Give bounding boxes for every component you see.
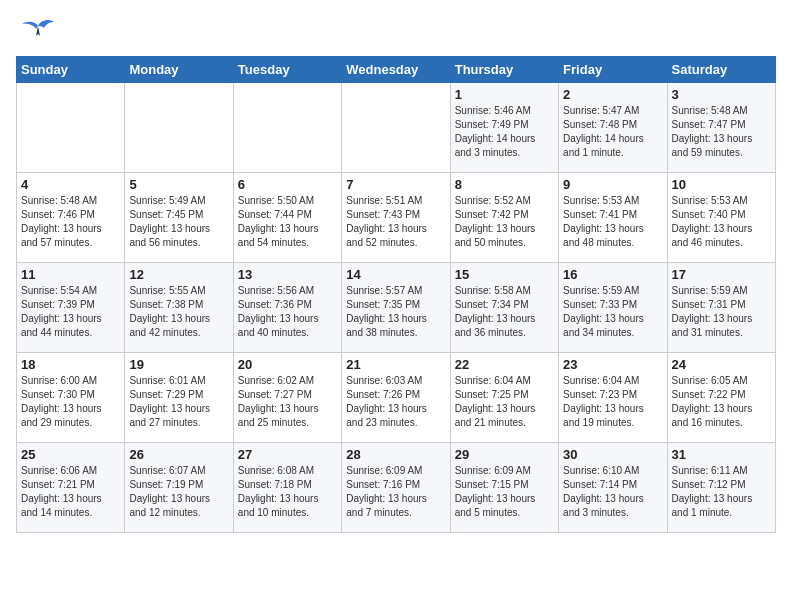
calendar-cell: 14Sunrise: 5:57 AM Sunset: 7:35 PM Dayli…	[342, 263, 450, 353]
day-number: 19	[129, 357, 228, 372]
weekday-header-sunday: Sunday	[17, 57, 125, 83]
calendar-cell: 15Sunrise: 5:58 AM Sunset: 7:34 PM Dayli…	[450, 263, 558, 353]
calendar-week-1: 1Sunrise: 5:46 AM Sunset: 7:49 PM Daylig…	[17, 83, 776, 173]
day-info: Sunrise: 5:59 AM Sunset: 7:31 PM Dayligh…	[672, 284, 771, 340]
day-info: Sunrise: 5:58 AM Sunset: 7:34 PM Dayligh…	[455, 284, 554, 340]
day-info: Sunrise: 6:06 AM Sunset: 7:21 PM Dayligh…	[21, 464, 120, 520]
day-info: Sunrise: 5:57 AM Sunset: 7:35 PM Dayligh…	[346, 284, 445, 340]
day-info: Sunrise: 5:49 AM Sunset: 7:45 PM Dayligh…	[129, 194, 228, 250]
calendar-cell: 10Sunrise: 5:53 AM Sunset: 7:40 PM Dayli…	[667, 173, 775, 263]
day-number: 18	[21, 357, 120, 372]
day-number: 16	[563, 267, 662, 282]
day-number: 17	[672, 267, 771, 282]
day-info: Sunrise: 6:09 AM Sunset: 7:15 PM Dayligh…	[455, 464, 554, 520]
day-number: 4	[21, 177, 120, 192]
calendar-week-5: 25Sunrise: 6:06 AM Sunset: 7:21 PM Dayli…	[17, 443, 776, 533]
day-info: Sunrise: 5:52 AM Sunset: 7:42 PM Dayligh…	[455, 194, 554, 250]
day-number: 11	[21, 267, 120, 282]
day-number: 26	[129, 447, 228, 462]
calendar-cell: 19Sunrise: 6:01 AM Sunset: 7:29 PM Dayli…	[125, 353, 233, 443]
calendar-cell: 29Sunrise: 6:09 AM Sunset: 7:15 PM Dayli…	[450, 443, 558, 533]
calendar-cell: 11Sunrise: 5:54 AM Sunset: 7:39 PM Dayli…	[17, 263, 125, 353]
day-info: Sunrise: 6:04 AM Sunset: 7:23 PM Dayligh…	[563, 374, 662, 430]
day-info: Sunrise: 5:47 AM Sunset: 7:48 PM Dayligh…	[563, 104, 662, 160]
day-number: 31	[672, 447, 771, 462]
calendar-table: SundayMondayTuesdayWednesdayThursdayFrid…	[16, 56, 776, 533]
logo	[16, 16, 56, 46]
day-info: Sunrise: 6:09 AM Sunset: 7:16 PM Dayligh…	[346, 464, 445, 520]
calendar-cell: 3Sunrise: 5:48 AM Sunset: 7:47 PM Daylig…	[667, 83, 775, 173]
calendar-cell: 16Sunrise: 5:59 AM Sunset: 7:33 PM Dayli…	[559, 263, 667, 353]
calendar-cell: 17Sunrise: 5:59 AM Sunset: 7:31 PM Dayli…	[667, 263, 775, 353]
calendar-cell: 13Sunrise: 5:56 AM Sunset: 7:36 PM Dayli…	[233, 263, 341, 353]
calendar-cell: 20Sunrise: 6:02 AM Sunset: 7:27 PM Dayli…	[233, 353, 341, 443]
calendar-cell: 31Sunrise: 6:11 AM Sunset: 7:12 PM Dayli…	[667, 443, 775, 533]
day-info: Sunrise: 6:01 AM Sunset: 7:29 PM Dayligh…	[129, 374, 228, 430]
calendar-cell	[125, 83, 233, 173]
day-number: 25	[21, 447, 120, 462]
calendar-cell	[233, 83, 341, 173]
calendar-cell: 26Sunrise: 6:07 AM Sunset: 7:19 PM Dayli…	[125, 443, 233, 533]
day-info: Sunrise: 6:11 AM Sunset: 7:12 PM Dayligh…	[672, 464, 771, 520]
day-info: Sunrise: 5:48 AM Sunset: 7:47 PM Dayligh…	[672, 104, 771, 160]
calendar-cell	[17, 83, 125, 173]
day-number: 21	[346, 357, 445, 372]
day-info: Sunrise: 5:51 AM Sunset: 7:43 PM Dayligh…	[346, 194, 445, 250]
page-header	[16, 16, 776, 46]
day-number: 27	[238, 447, 337, 462]
day-info: Sunrise: 5:55 AM Sunset: 7:38 PM Dayligh…	[129, 284, 228, 340]
calendar-cell: 30Sunrise: 6:10 AM Sunset: 7:14 PM Dayli…	[559, 443, 667, 533]
calendar-cell: 12Sunrise: 5:55 AM Sunset: 7:38 PM Dayli…	[125, 263, 233, 353]
day-info: Sunrise: 5:59 AM Sunset: 7:33 PM Dayligh…	[563, 284, 662, 340]
day-info: Sunrise: 6:00 AM Sunset: 7:30 PM Dayligh…	[21, 374, 120, 430]
day-info: Sunrise: 6:08 AM Sunset: 7:18 PM Dayligh…	[238, 464, 337, 520]
day-number: 14	[346, 267, 445, 282]
day-number: 29	[455, 447, 554, 462]
day-number: 13	[238, 267, 337, 282]
calendar-week-3: 11Sunrise: 5:54 AM Sunset: 7:39 PM Dayli…	[17, 263, 776, 353]
calendar-cell: 22Sunrise: 6:04 AM Sunset: 7:25 PM Dayli…	[450, 353, 558, 443]
day-info: Sunrise: 5:56 AM Sunset: 7:36 PM Dayligh…	[238, 284, 337, 340]
day-info: Sunrise: 5:54 AM Sunset: 7:39 PM Dayligh…	[21, 284, 120, 340]
weekday-header-friday: Friday	[559, 57, 667, 83]
day-info: Sunrise: 6:10 AM Sunset: 7:14 PM Dayligh…	[563, 464, 662, 520]
calendar-week-4: 18Sunrise: 6:00 AM Sunset: 7:30 PM Dayli…	[17, 353, 776, 443]
weekday-header-wednesday: Wednesday	[342, 57, 450, 83]
calendar-cell: 1Sunrise: 5:46 AM Sunset: 7:49 PM Daylig…	[450, 83, 558, 173]
calendar-cell: 5Sunrise: 5:49 AM Sunset: 7:45 PM Daylig…	[125, 173, 233, 263]
calendar-cell: 7Sunrise: 5:51 AM Sunset: 7:43 PM Daylig…	[342, 173, 450, 263]
weekday-header-monday: Monday	[125, 57, 233, 83]
day-info: Sunrise: 6:07 AM Sunset: 7:19 PM Dayligh…	[129, 464, 228, 520]
calendar-cell: 23Sunrise: 6:04 AM Sunset: 7:23 PM Dayli…	[559, 353, 667, 443]
day-number: 9	[563, 177, 662, 192]
day-info: Sunrise: 5:53 AM Sunset: 7:41 PM Dayligh…	[563, 194, 662, 250]
day-number: 2	[563, 87, 662, 102]
day-number: 3	[672, 87, 771, 102]
day-number: 6	[238, 177, 337, 192]
calendar-cell: 21Sunrise: 6:03 AM Sunset: 7:26 PM Dayli…	[342, 353, 450, 443]
day-number: 10	[672, 177, 771, 192]
day-number: 24	[672, 357, 771, 372]
calendar-cell: 8Sunrise: 5:52 AM Sunset: 7:42 PM Daylig…	[450, 173, 558, 263]
calendar-cell: 6Sunrise: 5:50 AM Sunset: 7:44 PM Daylig…	[233, 173, 341, 263]
calendar-cell: 24Sunrise: 6:05 AM Sunset: 7:22 PM Dayli…	[667, 353, 775, 443]
day-info: Sunrise: 6:05 AM Sunset: 7:22 PM Dayligh…	[672, 374, 771, 430]
calendar-cell	[342, 83, 450, 173]
logo-bird-icon	[20, 16, 56, 46]
day-number: 22	[455, 357, 554, 372]
day-number: 15	[455, 267, 554, 282]
calendar-cell: 25Sunrise: 6:06 AM Sunset: 7:21 PM Dayli…	[17, 443, 125, 533]
calendar-week-2: 4Sunrise: 5:48 AM Sunset: 7:46 PM Daylig…	[17, 173, 776, 263]
day-number: 8	[455, 177, 554, 192]
day-info: Sunrise: 5:48 AM Sunset: 7:46 PM Dayligh…	[21, 194, 120, 250]
weekday-header-saturday: Saturday	[667, 57, 775, 83]
day-info: Sunrise: 6:02 AM Sunset: 7:27 PM Dayligh…	[238, 374, 337, 430]
day-info: Sunrise: 5:46 AM Sunset: 7:49 PM Dayligh…	[455, 104, 554, 160]
day-number: 20	[238, 357, 337, 372]
day-info: Sunrise: 5:53 AM Sunset: 7:40 PM Dayligh…	[672, 194, 771, 250]
calendar-cell: 9Sunrise: 5:53 AM Sunset: 7:41 PM Daylig…	[559, 173, 667, 263]
calendar-header-row: SundayMondayTuesdayWednesdayThursdayFrid…	[17, 57, 776, 83]
calendar-cell: 27Sunrise: 6:08 AM Sunset: 7:18 PM Dayli…	[233, 443, 341, 533]
day-info: Sunrise: 6:03 AM Sunset: 7:26 PM Dayligh…	[346, 374, 445, 430]
day-number: 7	[346, 177, 445, 192]
